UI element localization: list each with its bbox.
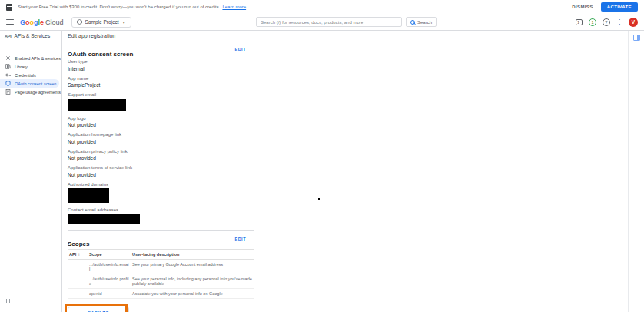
project-selector[interactable]: Sample Project ▼ <box>71 17 131 28</box>
field-value: SampleProject <box>68 82 254 88</box>
oauth-consent-icon <box>5 81 11 86</box>
more-vert-icon[interactable]: ⋮ <box>616 19 622 25</box>
sidebar-nav: Enabled APIs & services Library Credenti… <box>0 54 61 96</box>
oauth-section-title: OAuth consent screen <box>68 51 133 58</box>
search-input[interactable] <box>256 17 402 27</box>
field-app-logo: App logo Not provided <box>68 116 254 128</box>
field-value: Not provided <box>68 155 254 161</box>
field-label: Application privacy policy link <box>68 149 254 154</box>
page-title: Edit app registration <box>68 33 115 38</box>
api-header-label: API <box>69 252 76 257</box>
sidebar-item-page-usage-agreements[interactable]: Page usage agreements <box>0 88 59 96</box>
project-name: Sample Project <box>85 19 119 25</box>
section-divider <box>68 230 254 231</box>
free-trial-banner: Start your Free Trial with $300 in credi… <box>0 0 644 14</box>
app-header: GoogleCloud Sample Project ▼ Search 1 ? … <box>0 14 644 31</box>
chevron-down-icon: ▼ <box>122 20 126 25</box>
table-row: .../auth/userinfo.email See your primary… <box>68 259 254 274</box>
field-support-email: Support email <box>68 92 254 111</box>
field-value: Not provided <box>68 122 254 128</box>
description-cell: See your personal info, including any pe… <box>131 274 254 288</box>
content-header: Edit app registration <box>62 31 628 41</box>
redacted-value <box>68 214 140 224</box>
cloud-shell-icon[interactable] <box>576 19 583 25</box>
description-cell: See your primary Google Account email ad… <box>131 259 254 274</box>
hamburger-menu-icon[interactable] <box>6 19 14 25</box>
sidebar-item-label: Enabled APIs & services <box>15 56 61 61</box>
logo-letter: e <box>40 18 44 26</box>
field-label: App logo <box>68 116 254 121</box>
field-label: Support email <box>68 92 254 97</box>
oauth-edit-link[interactable]: EDIT <box>234 47 246 51</box>
sidebar-header: API APIs & Services <box>0 31 61 41</box>
api-cell <box>68 259 88 274</box>
field-value: Not provided <box>68 139 254 144</box>
back-to-dashboard-button[interactable]: BACK TO DASHBOARD <box>68 307 129 312</box>
table-row: openid Associate you with your personal … <box>68 288 254 298</box>
scopes-section-header: Scopes EDIT <box>68 235 254 244</box>
trial-banner-message: Start your Free Trial with $300 in credi… <box>18 5 246 9</box>
field-label: Authorized domains <box>68 182 254 187</box>
sort-arrow-icon: ↑ <box>78 252 80 257</box>
logo-cloud-text: Cloud <box>45 18 64 26</box>
field-value: Internal <box>68 66 254 71</box>
scopes-table: API↑ Scope User-facing description .../a… <box>68 249 254 299</box>
library-icon <box>5 64 11 69</box>
dismiss-button[interactable]: DISMISS <box>572 5 593 9</box>
field-label: App name <box>68 76 254 81</box>
field-label: Contact email addresses <box>68 207 254 212</box>
sidebar-item-credentials[interactable]: Credentials <box>0 71 59 79</box>
scopes-edit-link[interactable]: EDIT <box>234 237 246 241</box>
sidebar-item-label: OAuth consent screen <box>15 81 56 86</box>
sidebar-item-library[interactable]: Library <box>0 62 59 71</box>
credentials-icon <box>5 72 11 78</box>
field-privacy-policy-link: Application privacy policy link Not prov… <box>68 149 254 161</box>
scope-cell: .../auth/userinfo.profile <box>88 274 131 288</box>
api-logo: API <box>5 34 12 38</box>
corner-glyph-icon <box>6 299 10 303</box>
sidebar: API APIs & Services Enabled APIs & servi… <box>0 31 62 312</box>
field-contact-email-addresses: Contact email addresses <box>68 207 254 224</box>
redacted-value <box>68 99 126 111</box>
field-authorized-domains: Authorized domains <box>68 182 254 204</box>
right-rail <box>628 31 644 312</box>
api-column-header[interactable]: API↑ <box>68 249 88 259</box>
search-button-label: Search <box>417 20 432 25</box>
enabled-apis-icon <box>5 55 11 61</box>
logo-letter: G <box>20 18 25 26</box>
help-icon[interactable]: ? <box>603 18 610 26</box>
avatar[interactable]: V <box>629 18 638 27</box>
sidebar-item-label: Credentials <box>15 73 36 78</box>
learning-panel-icon[interactable] <box>633 35 640 41</box>
sidebar-item-oauth-consent-screen[interactable]: OAuth consent screen <box>0 79 59 88</box>
api-cell <box>68 274 88 288</box>
field-app-name: App name SampleProject <box>68 76 254 88</box>
field-user-type: User type Internal <box>68 59 254 71</box>
google-cloud-logo[interactable]: GoogleCloud <box>20 18 64 26</box>
scopes-section-title: Scopes <box>68 241 89 247</box>
description-cell: Associate you with your personal info on… <box>131 288 254 298</box>
scopes-table-header-row: API↑ Scope User-facing description <box>68 249 254 259</box>
field-label: Application terms of service link <box>68 165 254 170</box>
field-value: Not provided <box>68 172 254 178</box>
field-homepage-link: Application homepage link Not provided <box>68 132 254 144</box>
activate-button[interactable]: ACTIVATE <box>601 2 638 12</box>
field-terms-of-service-link: Application terms of service link Not pr… <box>68 165 254 178</box>
oauth-section-header: OAuth consent screen EDIT <box>68 45 254 55</box>
trial-credit-badge[interactable]: 1 <box>589 18 596 26</box>
field-label: User type <box>68 59 254 64</box>
trial-message-text: Start your Free Trial with $300 in credi… <box>18 5 220 9</box>
learn-more-link[interactable]: Learn more <box>222 5 246 9</box>
scope-cell: .../auth/userinfo.email <box>88 259 131 274</box>
field-label: Application homepage link <box>68 132 254 137</box>
main-content: Edit app registration OAuth consent scre… <box>62 31 628 312</box>
description-column-header[interactable]: User-facing description <box>131 249 254 259</box>
sidebar-item-enabled-apis[interactable]: Enabled APIs & services <box>0 54 59 62</box>
scope-column-header[interactable]: Scope <box>88 249 131 259</box>
sidebar-item-label: Page usage agreements <box>15 90 61 95</box>
api-cell <box>68 288 88 298</box>
sidebar-item-label: Library <box>15 65 28 69</box>
search-button[interactable]: Search <box>406 17 437 27</box>
redacted-value <box>68 188 109 203</box>
project-icon <box>77 19 82 25</box>
